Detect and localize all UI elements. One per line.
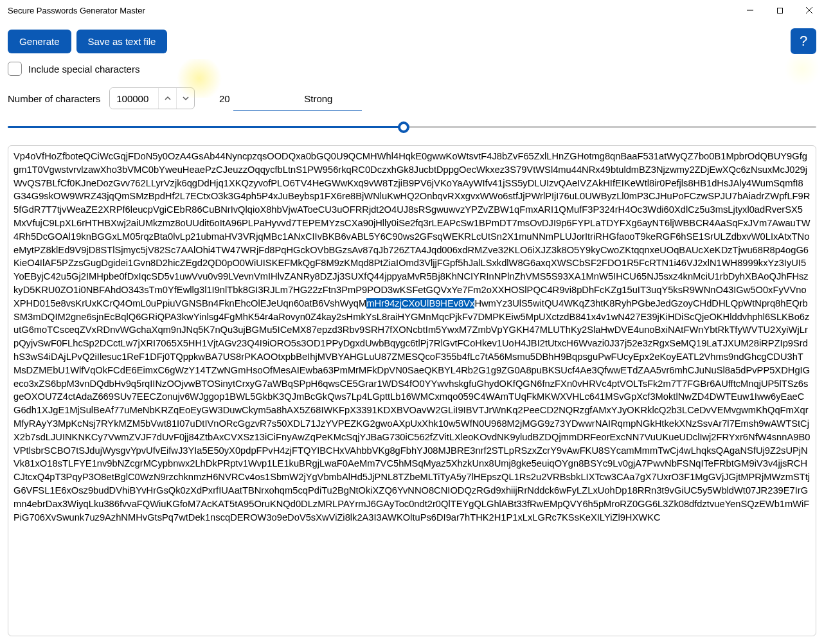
output-selection: mHr94zjCXoUlB9HEv8Vx (366, 298, 474, 309)
toolbar: Generate Save as text file ? (8, 28, 816, 54)
slider-fill (8, 126, 404, 128)
numchars-input[interactable] (110, 88, 158, 109)
strength-label: Strong (304, 93, 332, 104)
numchars-down-button[interactable] (176, 88, 194, 109)
strength-underline (233, 110, 362, 111)
maximize-button[interactable] (765, 0, 794, 21)
numchars-up-button[interactable] (158, 88, 176, 109)
slider-current-value: 20 (211, 93, 237, 104)
numchars-label: Number of characters (8, 93, 100, 104)
numchars-spinner (109, 87, 195, 109)
numchars-row: Number of characters 20 Strong (8, 87, 816, 109)
length-slider[interactable] (8, 118, 816, 138)
output-box[interactable]: Vp4oVfHoZfboteQCiWcGqjFDoN5y0OzA4GsAb44N… (8, 145, 816, 636)
output-pre: Vp4oVfHoZfboteQCiWcGqjFDoN5y0OzA4GsAb44N… (13, 151, 811, 309)
generate-button[interactable]: Generate (8, 30, 71, 53)
minimize-button[interactable] (735, 0, 765, 21)
save-as-text-button[interactable]: Save as text file (76, 30, 168, 53)
output-text[interactable]: Vp4oVfHoZfboteQCiWcGqjFDoN5y0OzA4GsAb44N… (13, 150, 811, 524)
svg-rect-1 (777, 8, 782, 13)
special-chars-checkbox[interactable] (8, 62, 22, 76)
close-button[interactable] (794, 0, 824, 21)
help-button[interactable]: ? (791, 28, 816, 54)
special-chars-row: Include special characters (8, 62, 816, 76)
special-chars-label: Include special characters (28, 64, 139, 75)
titlebar: Secure Passwords Generator Master (0, 0, 824, 21)
window-title: Secure Passwords Generator Master (8, 6, 145, 15)
slider-thumb[interactable] (398, 121, 409, 133)
window-controls (735, 0, 824, 21)
output-post: HwmYz3UlS5witQU4WKqZ3htK8RyhPGbeJedGzoyC… (13, 298, 810, 523)
